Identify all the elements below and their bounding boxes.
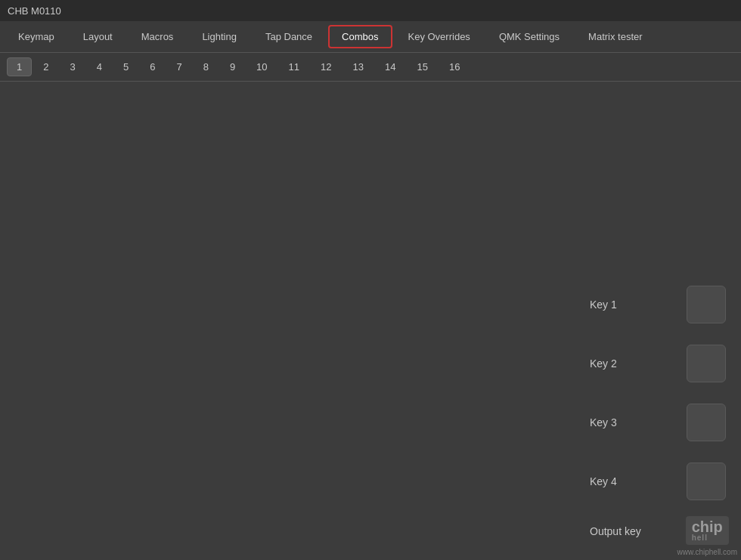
nav-tab-tap-dance[interactable]: Tap Dance	[253, 26, 325, 48]
nav-tab-lighting[interactable]: Lighting	[189, 26, 250, 48]
sub-tab-15[interactable]: 15	[407, 57, 437, 76]
title-bar: CHB M0110	[0, 0, 741, 21]
logo-box: chip hell	[686, 516, 729, 545]
app-title: CHB M0110	[8, 5, 61, 17]
nav-bar: KeymapLayoutMacrosLightingTap DanceCombo…	[0, 21, 741, 53]
key1-label: Key 1	[590, 299, 617, 311]
sub-tab-13[interactable]: 13	[343, 57, 374, 76]
nav-tab-keymap[interactable]: Keymap	[5, 26, 67, 48]
sub-tab-4[interactable]: 4	[87, 57, 112, 76]
key3-label: Key 3	[590, 416, 617, 429]
sub-tab-3[interactable]: 3	[60, 57, 85, 76]
nav-tab-layout[interactable]: Layout	[70, 26, 126, 48]
sub-tab-5[interactable]: 5	[113, 57, 138, 76]
sub-tab-9[interactable]: 9	[220, 57, 245, 76]
key3-button[interactable]	[687, 404, 726, 441]
sub-tab-12[interactable]: 12	[311, 57, 341, 76]
sub-tab-11[interactable]: 11	[279, 57, 309, 76]
key-row-key1: Key 1	[590, 286, 726, 323]
nav-tab-matrix-tester[interactable]: Matrix tester	[575, 26, 656, 48]
key4-button[interactable]	[687, 463, 726, 500]
main-content: Key 1Key 2Key 3Key 4 Output key chip hel…	[0, 82, 741, 560]
key-row-key2: Key 2	[590, 345, 726, 382]
nav-tab-key-overrides[interactable]: Key Overrides	[395, 26, 483, 48]
key2-button[interactable]	[687, 345, 726, 382]
chip-logo: chip hell	[677, 516, 737, 548]
sub-tab-1[interactable]: 1	[7, 57, 32, 76]
sub-tab-6[interactable]: 6	[140, 57, 165, 76]
key2-label: Key 2	[590, 357, 617, 370]
sub-tabs-bar: 12345678910111213141516	[0, 53, 741, 82]
sub-tab-7[interactable]: 7	[166, 57, 191, 76]
sub-tab-16[interactable]: 16	[439, 57, 470, 76]
nav-tab-macros[interactable]: Macros	[129, 26, 187, 48]
key-rows: Key 1Key 2Key 3Key 4	[590, 286, 726, 521]
sub-tab-14[interactable]: 14	[375, 57, 405, 76]
sub-tab-2[interactable]: 2	[33, 57, 58, 76]
content-area	[0, 82, 575, 560]
right-panel: Key 1Key 2Key 3Key 4 Output key	[575, 82, 741, 560]
output-key-label: Output key	[590, 525, 641, 537]
sub-tab-8[interactable]: 8	[194, 57, 219, 76]
key-row-key3: Key 3	[590, 404, 726, 441]
nav-tab-qmk-settings[interactable]: QMK Settings	[486, 26, 572, 48]
key-row-key4: Key 4	[590, 463, 726, 500]
nav-tab-combos[interactable]: Combos	[328, 25, 392, 48]
watermark: chip hell www.chiphell.com	[677, 516, 737, 556]
watermark-url: www.chiphell.com	[677, 548, 737, 556]
key4-label: Key 4	[590, 475, 617, 487]
key1-button[interactable]	[687, 286, 726, 323]
sub-tab-10[interactable]: 10	[246, 57, 277, 76]
